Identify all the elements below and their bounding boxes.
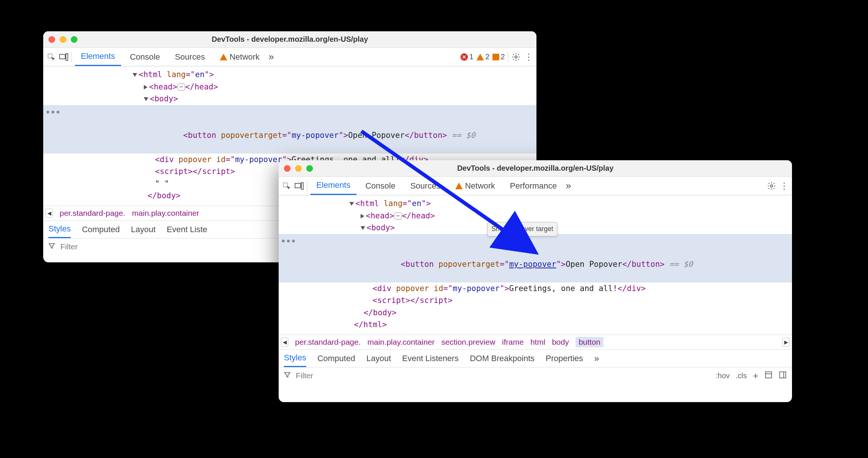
titlebar: DevTools - developer.mozilla.org/en-US/p… — [43, 31, 536, 48]
divider — [508, 52, 508, 62]
ellipsis-icon[interactable]: ⋯ — [394, 212, 402, 219]
dom-node-head[interactable]: <head>⋯</head> — [43, 81, 536, 93]
tab-performance[interactable]: Performance — [504, 177, 563, 195]
style-tools: :hov .cls + — [716, 370, 787, 382]
new-style-rule-icon[interactable]: + — [753, 370, 758, 382]
filter-input[interactable] — [296, 371, 710, 380]
window-title: DevTools - developer.mozilla.org/en-US/p… — [279, 164, 792, 173]
line-menu-icon[interactable]: ••• — [281, 236, 296, 248]
breadcrumb-item[interactable]: iframe — [502, 338, 524, 347]
titlebar: DevTools - developer.mozilla.org/en-US/p… — [279, 160, 792, 177]
dom-node-html[interactable]: <html lang="en"> — [279, 198, 792, 210]
minimize-icon[interactable] — [60, 36, 66, 43]
tab-elements[interactable]: Elements — [310, 177, 357, 195]
inspect-icon[interactable] — [282, 181, 291, 191]
tooltip: Show popover target — [487, 222, 557, 236]
breadcrumb-item[interactable]: main.play.container — [132, 209, 199, 218]
main-toolbar: Elements Console Sources Network » ✕1 2 … — [43, 48, 536, 66]
warning-count[interactable]: 2 — [476, 53, 490, 61]
breadcrumb-item-selected[interactable]: button — [576, 337, 603, 347]
filter-bar: :hov .cls + — [279, 367, 792, 384]
minimize-icon[interactable] — [295, 165, 302, 172]
breadcrumb-item[interactable]: html — [530, 338, 545, 347]
svg-rect-8 — [766, 372, 772, 378]
window-controls — [48, 36, 77, 43]
close-icon[interactable] — [48, 36, 55, 43]
subtab-computed[interactable]: Computed — [317, 350, 355, 367]
subtab-styles[interactable]: Styles — [284, 350, 306, 367]
ellipsis-icon[interactable]: ⋯ — [177, 83, 185, 91]
svg-point-7 — [770, 185, 773, 187]
issue-count[interactable]: 2 — [492, 53, 505, 61]
tab-elements[interactable]: Elements — [75, 48, 121, 66]
warning-icon — [476, 54, 484, 60]
tab-network-label: Network — [465, 181, 495, 191]
more-tabs-icon[interactable]: » — [566, 180, 571, 192]
breadcrumb-item[interactable]: main.play.container — [367, 338, 435, 347]
more-tabs-icon[interactable]: » — [269, 51, 274, 63]
svg-rect-5 — [295, 183, 301, 188]
more-subtabs-icon[interactable]: » — [594, 353, 599, 364]
line-menu-icon[interactable]: ••• — [45, 107, 61, 119]
window-controls — [284, 165, 313, 172]
svg-rect-2 — [66, 54, 68, 60]
breadcrumb-item[interactable]: per.standard-page. — [295, 338, 361, 347]
tab-network[interactable]: Network — [449, 177, 501, 195]
dom-node-button-selected[interactable]: ••• <button popovertarget="my-popover">O… — [279, 234, 792, 282]
device-icon[interactable] — [294, 181, 304, 191]
breadcrumb-item[interactable]: per.standard-page. — [60, 209, 125, 218]
subtab-dom-breakpoints[interactable]: DOM Breakpoints — [470, 350, 535, 367]
breadcrumb-item[interactable]: body — [552, 338, 569, 347]
subtab-styles[interactable]: Styles — [48, 221, 71, 238]
hov-toggle[interactable]: :hov — [716, 372, 730, 380]
subtab-layout[interactable]: Layout — [366, 350, 391, 367]
close-icon[interactable] — [284, 165, 291, 172]
dom-node-div[interactable]: <div popover id="my-popover">Greetings, … — [279, 282, 792, 295]
subtab-properties[interactable]: Properties — [546, 350, 583, 367]
devtools-window-2: DevTools - developer.mozilla.org/en-US/p… — [279, 160, 792, 402]
dom-tree[interactable]: <html lang="en"> <head>⋯</head> <body> •… — [279, 195, 792, 335]
styles-tabs: Styles Computed Layout Event Listeners D… — [279, 350, 792, 367]
scroll-left-icon[interactable]: ◀ — [281, 338, 288, 347]
breadcrumb-item[interactable]: section.preview — [441, 338, 495, 347]
kebab-icon[interactable]: ⋮ — [524, 52, 533, 62]
subtab-event-listeners[interactable]: Event Listeners — [402, 350, 459, 367]
error-count[interactable]: ✕1 — [460, 53, 473, 61]
inspect-icon[interactable] — [46, 52, 56, 62]
tab-sources[interactable]: Sources — [404, 177, 446, 195]
dom-node-body-close[interactable]: </body> — [279, 307, 792, 319]
kebab-icon[interactable]: ⋮ — [779, 181, 789, 191]
zoom-icon[interactable] — [306, 165, 313, 172]
popover-target-link[interactable]: my-popover — [509, 260, 556, 269]
filter-icon — [48, 242, 55, 251]
gear-icon[interactable] — [767, 181, 776, 191]
cls-toggle[interactable]: .cls — [736, 372, 747, 380]
toggle-sidebar-icon[interactable] — [779, 371, 787, 381]
subtab-event-listeners[interactable]: Event Liste — [167, 221, 208, 238]
scroll-right-icon[interactable]: ▶ — [782, 338, 790, 347]
zoom-icon[interactable] — [71, 36, 77, 43]
dom-node-html-close[interactable]: </html> — [279, 319, 792, 331]
svg-rect-1 — [60, 54, 65, 59]
warning-icon — [220, 54, 227, 60]
tab-console[interactable]: Console — [359, 177, 402, 195]
issue-icon — [492, 54, 499, 60]
filter-icon — [284, 371, 291, 380]
dom-node-body[interactable]: <body> — [43, 93, 536, 105]
svg-rect-6 — [301, 183, 303, 189]
tab-network[interactable]: Network — [214, 48, 266, 66]
dom-node-button-selected[interactable]: ••• <button popovertarget="my-popover">O… — [43, 105, 536, 154]
tab-console[interactable]: Console — [124, 48, 166, 66]
dom-node-script[interactable]: <script></script> — [279, 294, 792, 307]
dom-node-html[interactable]: <html lang="en"> — [43, 69, 536, 81]
warning-icon — [455, 183, 463, 189]
dom-node-head[interactable]: <head>⋯</head> — [279, 210, 792, 222]
scroll-left-icon[interactable]: ◀ — [45, 209, 53, 218]
gear-icon[interactable] — [511, 52, 521, 62]
tab-sources[interactable]: Sources — [169, 48, 211, 66]
subtab-layout[interactable]: Layout — [131, 221, 155, 238]
computed-styles-icon[interactable] — [764, 371, 773, 381]
device-icon[interactable] — [59, 52, 69, 62]
svg-point-3 — [515, 56, 517, 58]
subtab-computed[interactable]: Computed — [82, 221, 120, 238]
